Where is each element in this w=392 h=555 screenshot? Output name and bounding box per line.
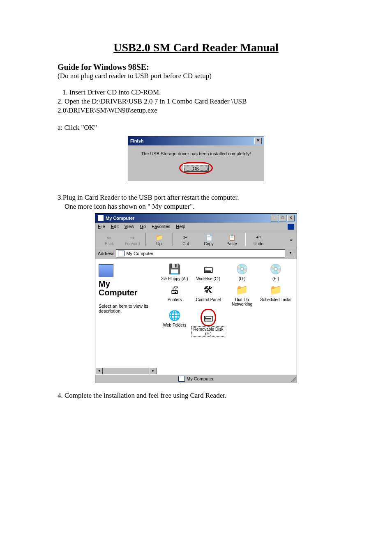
cut-icon: ✂: [174, 233, 197, 242]
back-button[interactable]: ⇐ Back: [98, 233, 121, 246]
ok-button[interactable]: OK: [183, 164, 209, 172]
up-button[interactable]: 📁 Up: [148, 233, 171, 246]
floppy-icon: 💾: [159, 263, 191, 276]
menu-help[interactable]: Help: [176, 224, 185, 230]
minimize-button[interactable]: _: [271, 215, 278, 221]
step-1: 1. Insert Driver CD into CD-ROM.: [58, 88, 334, 97]
menu-favorites[interactable]: Favorites: [152, 224, 170, 230]
scroll-right-button[interactable]: ►: [150, 368, 157, 374]
icon-area: 💾 3½ Floppy (A:) 🖴 Win98se (C:) 💿 (D:) 💿…: [157, 259, 297, 374]
close-button[interactable]: ✕: [254, 138, 262, 144]
maximize-button[interactable]: □: [279, 215, 286, 221]
window-titlebar: My Computer _ □ ✕: [95, 214, 297, 223]
printers-folder[interactable]: 🖨 Printers: [159, 283, 191, 306]
copy-icon: 📄: [197, 233, 220, 242]
finish-message: The USB Storage driver has been installe…: [131, 151, 261, 156]
my-computer-icon: [118, 251, 125, 256]
status-bar: My Computer: [95, 374, 297, 383]
toolbar: ⇐ Back ⇒ Forward 📁 Up ✂ Cut �: [95, 231, 297, 248]
address-field[interactable]: My Computer: [116, 249, 285, 258]
cd-icon: 💿: [260, 263, 292, 276]
toolbar-separator: [145, 233, 146, 246]
copy-button[interactable]: 📄 Copy: [197, 233, 220, 246]
close-button[interactable]: ✕: [287, 215, 295, 221]
web-folders-icon: 🌐: [159, 309, 191, 322]
menu-edit[interactable]: Edit: [111, 224, 119, 230]
toolbar-separator: [245, 233, 245, 246]
drive-c[interactable]: 🖴 Win98se (C:): [192, 263, 224, 281]
step-3a: 3.Plug in Card Reader to the USB port af…: [58, 193, 334, 202]
guide-note: (Do not plug card reader to USB port bef…: [58, 72, 334, 80]
drive-e[interactable]: 💿 (E:): [260, 263, 292, 281]
drive-d[interactable]: 💿 (D:): [226, 263, 258, 281]
toolbar-more-button[interactable]: »: [288, 237, 294, 242]
control-panel-folder[interactable]: 🛠 Control Panel: [192, 283, 224, 306]
side-title-line1: My: [99, 280, 154, 288]
scroll-left-button[interactable]: ◄: [95, 368, 103, 374]
step-a: a: Click "OK": [58, 124, 334, 132]
ok-highlight-circle: OK: [179, 162, 213, 174]
control-panel-icon: 🛠: [192, 283, 224, 297]
my-computer-large-icon: [99, 264, 113, 277]
step-3b: One more icon has shown on " My computer…: [58, 203, 334, 211]
address-dropdown-button[interactable]: ▼: [287, 250, 294, 257]
side-description: Select an item to view its description.: [99, 304, 154, 313]
undo-button[interactable]: ↶ Undo: [247, 233, 270, 246]
printer-icon: 🖨: [159, 283, 191, 297]
undo-icon: ↶: [247, 233, 270, 242]
finish-title-text: Finish: [130, 138, 143, 143]
hdd-icon: 🖴: [192, 263, 224, 276]
step-2a: 2. Open the D:\DRIVER\USB 2.0 7 in 1 Com…: [58, 97, 334, 106]
folder-icon: 📁: [260, 283, 292, 297]
up-icon: 📁: [148, 233, 171, 242]
menu-file[interactable]: File: [98, 224, 105, 230]
my-computer-icon: [178, 376, 185, 382]
menu-go[interactable]: Go: [140, 224, 146, 230]
document-title: USB2.0 SM Card Reader Manual: [58, 41, 334, 54]
drive-floppy-a[interactable]: 💾 3½ Floppy (A:): [159, 263, 191, 281]
side-panel: My Computer Select an item to view its d…: [95, 259, 157, 374]
paste-button[interactable]: 📋 Paste: [220, 233, 243, 246]
back-icon: ⇐: [98, 233, 121, 242]
my-computer-window: My Computer _ □ ✕ File Edit View Go Favo…: [95, 213, 297, 383]
step-2b: 2.0\DRIVER\SM\WIN98\setup.exe: [58, 106, 334, 115]
removable-highlight-circle: 🖴: [201, 309, 216, 326]
folder-icon: 📁: [226, 283, 258, 297]
side-title-line2: Computer: [99, 288, 154, 297]
forward-icon: ⇒: [121, 233, 144, 242]
removable-disk-f[interactable]: 🖴 Removable Disk (F:): [192, 309, 224, 336]
status-text: My Computer: [187, 376, 214, 381]
side-scrollbar[interactable]: ◄ ►: [95, 368, 157, 374]
step-4: 4. Complete the installation and feel fr…: [58, 391, 334, 400]
menu-view[interactable]: View: [125, 224, 134, 230]
window-title-text: My Computer: [106, 216, 134, 221]
forward-button[interactable]: ⇒ Forward: [121, 233, 144, 246]
web-folders[interactable]: 🌐 Web Folders: [159, 309, 191, 336]
removable-drive-icon: 🖴: [203, 311, 213, 324]
address-label: Address: [98, 251, 114, 256]
system-icon[interactable]: [97, 215, 104, 221]
cut-button[interactable]: ✂ Cut: [174, 233, 197, 246]
finish-dialog: Finish ✕ The USB Storage driver has been…: [128, 136, 264, 181]
toolbar-separator: [172, 233, 173, 246]
paste-icon: 📋: [220, 233, 243, 242]
scheduled-tasks-folder[interactable]: 📁 Scheduled Tasks: [260, 283, 292, 306]
resize-grip[interactable]: [291, 377, 296, 382]
menu-logo-icon: [288, 224, 294, 230]
address-bar: Address My Computer ▼: [95, 248, 297, 259]
menu-bar: File Edit View Go Favorites Help: [95, 223, 297, 231]
dialup-networking-folder[interactable]: 📁 Dial-Up Networking: [226, 283, 258, 306]
cd-icon: 💿: [226, 263, 258, 276]
guide-subtitle: Guide for Windows 98SE:: [58, 62, 334, 72]
address-value: My Computer: [126, 251, 153, 256]
